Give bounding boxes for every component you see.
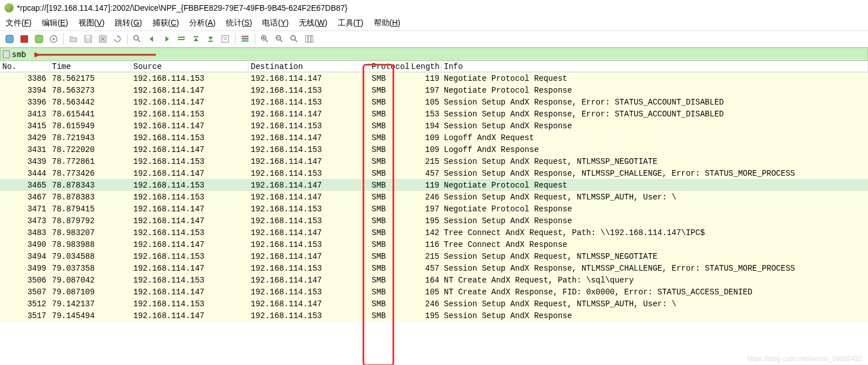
packet-row[interactable]: 349078.983988192.168.114.147192.168.114.… [0,238,868,250]
packet-row[interactable]: 349979.037358192.168.114.147192.168.114.… [0,262,868,274]
cell-length: 457 [409,264,442,273]
cell-no: 3490 [0,240,50,249]
restart-capture-button[interactable] [33,33,45,45]
reload-button[interactable] [111,33,124,45]
packet-row[interactable]: 348378.983207192.168.114.153192.168.114.… [0,227,868,238]
menu-help[interactable]: 帮助(H) [374,18,400,28]
cell-time: 79.087042 [50,276,131,285]
capture-options-button[interactable] [47,33,60,45]
go-first-button[interactable] [190,33,202,45]
packet-row[interactable]: 344478.773426192.168.114.147192.168.114.… [0,167,868,179]
packet-row[interactable]: 347378.879792192.168.114.147192.168.114.… [0,215,868,227]
go-to-packet-button[interactable] [175,33,187,45]
packet-row[interactable]: 351779.145494192.168.114.147192.168.114.… [0,310,868,321]
open-file-button[interactable] [67,33,80,45]
cell-protocol: SMB [369,264,409,273]
cell-destination: 192.168.114.153 [248,98,369,107]
col-header-info[interactable]: Info [442,62,868,71]
menu-capture[interactable]: 捕获(C) [152,18,179,28]
cell-no: 3467 [0,193,50,202]
colorize-button[interactable] [239,33,251,45]
cell-time: 78.562175 [50,74,131,83]
cell-protocol: SMB [369,228,409,237]
cell-length: 116 [409,240,442,249]
close-file-button[interactable] [97,33,109,45]
packet-row[interactable]: 350679.087042192.168.114.153192.168.114.… [0,274,868,286]
cell-protocol: SMB [369,252,409,261]
cell-protocol: SMB [369,169,409,178]
cell-info: Tree Connect AndX Request, Path: \\192.1… [442,228,868,237]
zoom-in-button[interactable] [259,33,271,45]
bookmark-icon[interactable] [3,50,10,58]
cell-length: 105 [409,288,442,297]
save-button[interactable] [82,33,94,45]
col-header-length[interactable]: Length [409,62,442,71]
cell-time: 78.878383 [50,193,131,202]
cell-source: 192.168.114.147 [131,264,248,273]
menu-edit[interactable]: 编辑(E) [42,18,68,28]
cell-length: 197 [409,86,442,95]
col-header-source[interactable]: Source [131,62,248,71]
cell-length: 195 [409,216,442,225]
svg-rect-19 [308,36,311,42]
menu-analyze[interactable]: 分析(A) [189,18,216,28]
cell-time: 78.721943 [50,133,131,142]
packet-row[interactable]: 341378.615441192.168.114.153192.168.114.… [0,108,868,120]
packet-row[interactable]: 346578.878343192.168.114.153192.168.114.… [0,179,868,191]
col-header-time[interactable]: Time [50,62,131,71]
display-filter-input[interactable] [12,50,865,59]
auto-scroll-button[interactable] [219,33,232,45]
go-last-button[interactable] [204,33,217,45]
col-header-no[interactable]: No. [0,62,50,71]
packet-list[interactable]: No. Time Source Destination Protocol Len… [0,61,868,321]
cell-destination: 192.168.114.147 [248,74,369,83]
go-forward-button[interactable] [160,33,173,45]
packet-row[interactable]: 342978.721943192.168.114.153192.168.114.… [0,132,868,144]
cell-time: 79.142137 [50,299,131,308]
menu-wireless[interactable]: 无线(W) [299,18,328,28]
packet-row[interactable]: 343978.772861192.168.114.153192.168.114.… [0,155,868,167]
packet-row[interactable]: 343178.722020192.168.114.147192.168.114.… [0,144,868,155]
packet-row[interactable]: 339678.563442192.168.114.147192.168.114.… [0,96,868,108]
menu-go[interactable]: 跳转(G) [115,18,142,28]
start-capture-button[interactable] [3,33,16,45]
packet-row[interactable]: 339478.563273192.168.114.147192.168.114.… [0,84,868,96]
packet-row[interactable]: 350779.087109192.168.114.147192.168.114.… [0,286,868,298]
toolbar-separator [127,33,128,45]
packet-row[interactable]: 346778.878383192.168.114.153192.168.114.… [0,191,868,203]
zoom-out-button[interactable] [273,33,286,45]
svg-rect-8 [178,39,185,40]
menu-tools[interactable]: 工具(T) [338,18,364,28]
cell-destination: 192.168.114.147 [248,276,369,285]
resize-columns-button[interactable] [303,33,315,45]
cell-protocol: SMB [369,145,409,154]
packet-row[interactable]: 351279.142137192.168.114.153192.168.114.… [0,298,868,310]
cell-info: Session Setup AndX Response, Error: STAT… [442,110,868,119]
find-packet-button[interactable] [131,33,143,45]
cell-source: 192.168.114.153 [131,157,248,166]
menu-stats[interactable]: 统计(S) [226,18,252,28]
cell-source: 192.168.114.147 [131,169,248,178]
cell-protocol: SMB [369,86,409,95]
col-header-destination[interactable]: Destination [248,62,369,71]
col-header-protocol[interactable]: Protocol [369,62,409,71]
zoom-reset-button[interactable] [288,33,300,45]
cell-time: 78.563442 [50,98,131,107]
cell-source: 192.168.114.147 [131,86,248,95]
toolbar-separator [63,33,64,45]
svg-rect-11 [222,36,229,42]
go-back-button[interactable] [146,33,158,45]
menu-file[interactable]: 文件(F) [6,18,32,28]
packet-row[interactable]: 349479.034588192.168.114.153192.168.114.… [0,250,868,262]
menu-telephony[interactable]: 电话(Y) [262,18,289,28]
cell-no: 3415 [0,121,50,131]
stop-capture-button[interactable] [18,33,30,45]
cell-time: 78.722020 [50,145,131,154]
cell-no: 3386 [0,74,50,83]
display-filter-bar[interactable] [0,47,868,61]
packet-row[interactable]: 347178.879415192.168.114.147192.168.114.… [0,203,868,215]
packet-row[interactable]: 338678.562175192.168.114.153192.168.114.… [0,72,868,84]
svg-rect-18 [306,36,308,42]
packet-row[interactable]: 341578.615949192.168.114.147192.168.114.… [0,120,868,132]
menu-view[interactable]: 视图(V) [78,18,105,28]
